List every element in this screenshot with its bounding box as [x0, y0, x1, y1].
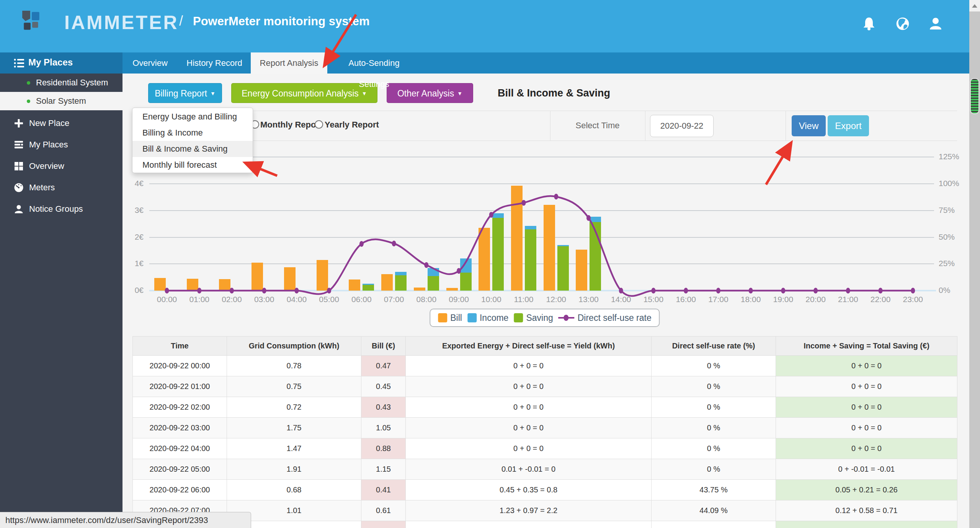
language-globe-icon[interactable]: [895, 16, 910, 31]
table-cell: 0.12: [361, 521, 406, 528]
billing-report-button[interactable]: Billing Report▼: [148, 83, 222, 103]
table-row: 2020-09-22 08:000.20.122.89 + 0.91 = 3.8…: [133, 521, 957, 528]
notifications-bell-icon[interactable]: [861, 16, 877, 31]
bill-bar: [187, 279, 198, 291]
scrollbar-thumb[interactable]: [970, 78, 979, 114]
user-account-icon[interactable]: [928, 16, 943, 31]
legend-item: Saving: [514, 313, 553, 323]
place-label: Solar System: [36, 92, 86, 110]
status-url-tooltip: https://www.iammeter.com/dz/user/SavingR…: [0, 512, 251, 528]
tab-history-record[interactable]: History Record: [179, 52, 250, 74]
table-cell: 0.72: [227, 397, 361, 418]
table-cell: 0 %: [652, 438, 776, 459]
income-bar: [525, 226, 536, 229]
table-cell: 2020-09-22 05:00: [133, 459, 227, 480]
status-dot-icon: [27, 81, 30, 85]
sidebar-item-notice-groups[interactable]: Notice Groups: [0, 199, 122, 219]
menu-item-monthly-bill-forecast[interactable]: Monthly bill forecast: [132, 157, 253, 173]
table-cell: 0 %: [652, 397, 776, 418]
table-cell: 1.23 + 0.97 = 2.2: [406, 500, 652, 521]
menu-item-bill-income-saving[interactable]: Bill & Income & Saving: [132, 141, 253, 157]
table-cell: 0.29 + 0.55 = 0.84: [776, 521, 957, 528]
sidebar-item-my-places[interactable]: My Places: [0, 135, 122, 155]
table-cell: 0 + 0 = 0: [406, 397, 652, 418]
brand-separator: /: [179, 13, 183, 29]
other-analysis-button[interactable]: Other Analysis▼: [387, 83, 473, 103]
bill-bar: [317, 260, 328, 291]
table-cell: 2020-09-22 06:00: [133, 480, 227, 500]
table-cell: 0.75: [227, 376, 361, 397]
table-cell: 0 + 0 = 0: [776, 356, 957, 376]
sidebar-item-solar-system[interactable]: Solar System: [0, 92, 122, 110]
export-button[interactable]: Export: [828, 115, 869, 136]
tab-report-analysis[interactable]: Report Analysis: [251, 52, 327, 74]
sidebar-header[interactable]: My Places: [0, 52, 122, 74]
bill-bar: [414, 288, 425, 291]
bill-bar: [381, 274, 393, 291]
select-time-label: Select Time: [550, 121, 645, 131]
legend-item: Direct self-use rate: [559, 313, 652, 323]
table-cell: 0.45: [361, 376, 406, 397]
x-axis-label: 12:00: [539, 295, 573, 304]
x-axis-label: 18:00: [733, 295, 768, 304]
saving-bar: [460, 273, 472, 291]
view-button[interactable]: View: [792, 115, 826, 136]
chart-legend: BillIncomeSavingDirect self-use rate: [430, 309, 660, 327]
table-cell: 0 %: [652, 356, 776, 376]
income-bar: [428, 268, 439, 276]
place-label: Residential System: [36, 74, 108, 92]
person-icon: [14, 204, 24, 214]
legend-label: Bill: [450, 313, 462, 323]
x-axis-label: 20:00: [799, 295, 833, 304]
income-bar: [395, 272, 407, 275]
date-input[interactable]: [650, 115, 714, 137]
vertical-scrollbar[interactable]: [969, 0, 980, 528]
y-axis-label-right: 50%: [939, 232, 969, 242]
tab-overview[interactable]: Overview: [127, 52, 173, 74]
tab-auto-sending-settings[interactable]: Auto-Sending Settings: [332, 52, 416, 74]
energy-consumption-analysis-button[interactable]: Energy Consumption Analysis▼: [231, 83, 377, 103]
x-axis-label: 05:00: [312, 295, 346, 304]
x-axis-label: 02:00: [214, 295, 249, 304]
table-cell: 0.05 + 0.21 = 0.26: [776, 480, 957, 500]
income-bar: [557, 245, 569, 246]
col-self-use-rate: Direct self-use rate (%): [652, 337, 776, 356]
col-grid-consumption: Grid Consumption (kWh): [227, 337, 361, 356]
x-axis-label: 03:00: [247, 295, 281, 304]
table-cell: 0 + 0 = 0: [776, 438, 957, 459]
radio-yearly-report[interactable]: [315, 120, 323, 129]
legend-line-marker: [559, 317, 575, 319]
y-axis-label-right: 75%: [939, 206, 969, 215]
table-cell: 44.09 %: [652, 500, 776, 521]
x-axis-label: 21:00: [831, 295, 865, 304]
status-dot-icon: [27, 100, 30, 103]
sidebar-item-residential-system[interactable]: Residential System: [0, 74, 122, 92]
gridline: [149, 210, 934, 211]
table-cell: 0.12 + 0.58 = 0.71: [776, 500, 957, 521]
legend-label: Income: [480, 313, 508, 323]
x-axis-label: 00:00: [150, 295, 184, 304]
table-cell: 0 %: [652, 376, 776, 397]
bill-bar: [252, 263, 263, 291]
legend-item: Income: [467, 313, 508, 323]
gridline: [149, 183, 934, 184]
table-row: 2020-09-22 01:000.750.450 + 0 = 00 %0 + …: [133, 376, 957, 397]
sidebar-item-meters[interactable]: Meters: [0, 178, 122, 198]
sidebar: Residential System Solar System New Plac…: [0, 74, 122, 528]
sidebar-header-label: My Places: [28, 57, 73, 68]
menu-item-energy-usage-and-billing[interactable]: Energy Usage and Billing: [132, 109, 253, 125]
menu-item-billing-and-income[interactable]: Billing & Income: [132, 125, 253, 141]
sidebar-item-label: Overview: [29, 156, 64, 176]
col-bill: Bill (€): [361, 337, 406, 356]
table-cell: 0.68: [227, 480, 361, 500]
legend-label: Direct self-use rate: [578, 313, 652, 323]
saving-bar: [492, 218, 504, 291]
app-title: PowerMeter monitoring system: [193, 15, 370, 28]
radio-monthly-report-label: Monthly Report: [260, 120, 322, 130]
sidebar-item-overview[interactable]: Overview: [0, 156, 122, 176]
gridline: [149, 237, 934, 238]
col-total-saving: Income + Saving = Total Saving (€): [776, 337, 957, 356]
scroll-up-arrow-icon[interactable]: [969, 0, 980, 11]
divider: [645, 111, 645, 141]
sidebar-item-new-place[interactable]: New Place: [0, 113, 122, 133]
